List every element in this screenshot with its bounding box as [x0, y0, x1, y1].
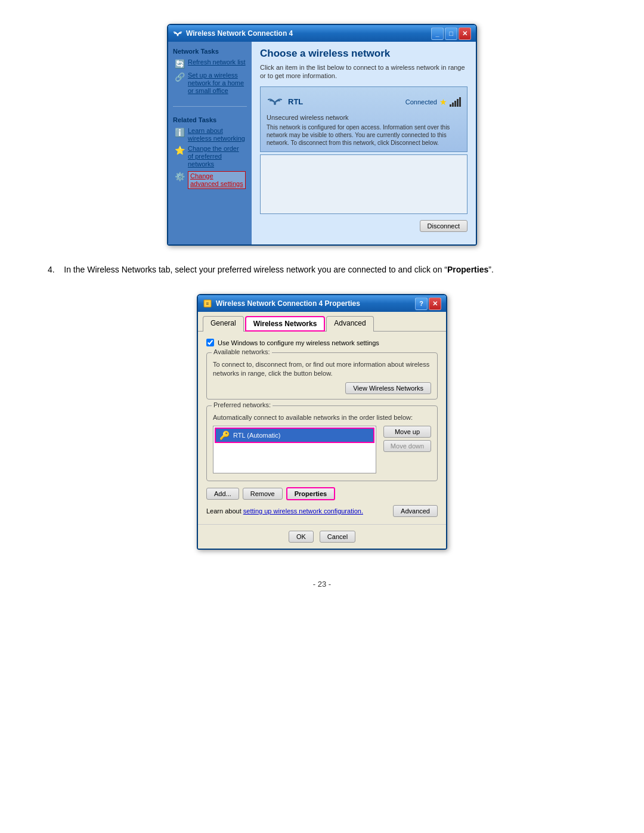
step4-text-after: ”. — [488, 265, 494, 274]
preferred-item-rtl[interactable]: 🔑 RTL (Automatic) — [215, 428, 374, 443]
related-tasks-title: Related Tasks — [173, 116, 247, 123]
preferred-list-container: 🔑 RTL (Automatic) — [213, 426, 376, 476]
preferred-section-desc: Automatically connect to available netwo… — [213, 413, 431, 422]
window1-body: Network Tasks 🔄 Refresh network list 🔗 S… — [168, 42, 476, 244]
settings-icon: ⚙️ — [174, 171, 185, 182]
star-icon: ⭐ — [174, 145, 185, 156]
network-item-header: RTL Connected ★ — [267, 92, 461, 112]
window2-title: Wireless Network Connection 4 Properties — [216, 299, 360, 308]
tab-general[interactable]: General — [203, 316, 244, 332]
bar4 — [457, 99, 459, 107]
network-desc: This network is configured for open acce… — [267, 123, 461, 147]
network-tasks-section: Network Tasks 🔄 Refresh network list 🔗 S… — [173, 48, 247, 97]
svg-point-1 — [274, 103, 276, 105]
preferred-networks-section: Preferred networks: Automatically connec… — [206, 405, 438, 481]
page-content: Wireless Network Connection 4 _ □ ✕ Netw… — [36, 24, 608, 589]
setup-label[interactable]: Set up a wireless network for a home or … — [188, 72, 246, 95]
use-windows-checkbox-row: Use Windows to configure my wireless net… — [206, 339, 438, 346]
use-windows-label: Use Windows to configure my wireless net… — [218, 339, 379, 346]
w2-minimize-button[interactable]: ? — [415, 298, 428, 310]
connected-label: Connected — [405, 98, 437, 106]
network-connected-status: Connected ★ — [405, 97, 461, 107]
learn-about-label: Learn about — [206, 507, 242, 515]
titlebar2-left: ≡ Wireless Network Connection 4 Properti… — [203, 299, 360, 308]
ok-cancel-row: OK Cancel — [198, 524, 446, 549]
related-tasks-section: Related Tasks ℹ️ Learn about wireless ne… — [173, 116, 247, 190]
properties-button[interactable]: Properties — [286, 487, 335, 500]
properties-title-icon: ≡ — [203, 299, 212, 308]
window1-title: Wireless Network Connection 4 — [186, 29, 293, 38]
network-item-rtl[interactable]: RTL Connected ★ — [260, 86, 467, 152]
window1-titlebar: Wireless Network Connection 4 _ □ ✕ — [168, 25, 476, 42]
titlebar-left: Wireless Network Connection 4 — [173, 29, 293, 38]
learn-wireless-label[interactable]: Learn about wireless networking — [188, 127, 246, 143]
use-windows-checkbox[interactable] — [206, 339, 214, 346]
preferred-star-icon: ★ — [439, 97, 447, 107]
cancel-button[interactable]: Cancel — [320, 531, 355, 543]
preferred-list: 🔑 RTL (Automatic) — [213, 426, 376, 473]
step4-properties-bold: Properties — [447, 265, 488, 274]
bar2 — [452, 103, 454, 107]
learn-wireless-item[interactable]: ℹ️ Learn about wireless networking — [173, 126, 247, 144]
window1-sidebar: Network Tasks 🔄 Refresh network list 🔗 S… — [168, 42, 252, 244]
preferred-item-label: RTL (Automatic) — [233, 432, 280, 439]
window1-main: Choose a wireless network Click an item … — [252, 42, 476, 244]
change-advanced-item[interactable]: ⚙️ Change advanced settings — [173, 170, 247, 190]
move-up-button[interactable]: Move up — [383, 426, 431, 438]
wireless-connection-window: Wireless Network Connection 4 _ □ ✕ Netw… — [167, 24, 477, 246]
setup-network-item[interactable]: 🔗 Set up a wireless network for a home o… — [173, 70, 247, 97]
page-number: - 23 - — [313, 580, 331, 589]
tab-advanced[interactable]: Advanced — [326, 316, 373, 332]
change-order-label[interactable]: Change the order of preferred networks — [188, 145, 246, 169]
network-tasks-title: Network Tasks — [173, 48, 247, 55]
window2-body: General Wireless Networks Advanced Use W… — [198, 312, 446, 549]
bar5 — [459, 97, 461, 107]
maximize-button[interactable]: □ — [445, 27, 457, 40]
learn-link[interactable]: setting up wireless network configuratio… — [243, 507, 363, 515]
step4-text: 4. In the Wireless Networks tab, select … — [36, 264, 608, 276]
wifi-title-icon — [173, 29, 182, 38]
close-button[interactable]: ✕ — [459, 27, 471, 40]
change-advanced-label[interactable]: Change advanced settings — [188, 171, 246, 189]
minimize-button[interactable]: _ — [431, 27, 444, 40]
refresh-label[interactable]: Refresh network list — [188, 58, 246, 66]
network-type: Unsecured wireless network — [267, 114, 461, 121]
bar3 — [454, 101, 456, 107]
available-section-title: Available networks: — [212, 348, 272, 355]
available-section-desc: To connect to, disconnect from, or find … — [213, 360, 431, 379]
tab-wireless-label: Wireless Networks — [253, 320, 317, 328]
window2-titlebar-buttons: ? ✕ — [415, 298, 441, 310]
refresh-network-item[interactable]: 🔄 Refresh network list — [173, 57, 247, 70]
add-button[interactable]: Add... — [206, 488, 239, 500]
tab-wireless-networks[interactable]: Wireless Networks — [245, 316, 326, 332]
disconnect-btn-area: Disconnect — [260, 216, 467, 232]
preferred-row: 🔑 RTL (Automatic) Move up Move down — [213, 426, 431, 476]
preferred-list-empty — [215, 443, 374, 467]
w2-close-button[interactable]: ✕ — [429, 298, 441, 310]
change-order-item[interactable]: ⭐ Change the order of preferred networks — [173, 144, 247, 170]
sidebar-divider — [173, 106, 247, 107]
signal-strength — [450, 97, 461, 107]
advanced-button[interactable]: Advanced — [393, 505, 438, 517]
move-down-button[interactable]: Move down — [383, 440, 431, 452]
window2-content: Use Windows to configure my wireless net… — [198, 332, 446, 524]
tab-bar: General Wireless Networks Advanced — [198, 312, 446, 332]
disconnect-button[interactable]: Disconnect — [420, 220, 467, 232]
network-empty-area — [260, 154, 467, 214]
step4-text-before: In the Wireless Networks tab, select you… — [64, 265, 447, 274]
properties-window: ≡ Wireless Network Connection 4 Properti… — [197, 294, 447, 550]
refresh-icon: 🔄 — [174, 58, 185, 69]
preferred-section-title: Preferred networks: — [212, 401, 273, 408]
view-wireless-button[interactable]: View Wireless Networks — [345, 382, 431, 394]
window1-titlebar-buttons: _ □ ✕ — [431, 27, 471, 40]
view-wireless-btn-row: View Wireless Networks — [213, 382, 431, 394]
available-networks-section: Available networks: To connect to, disco… — [206, 352, 438, 400]
learn-text-area: Learn about setting up wireless network … — [206, 507, 363, 515]
bar1 — [450, 104, 451, 107]
remove-button[interactable]: Remove — [243, 488, 283, 500]
setup-icon: 🔗 — [174, 72, 185, 82]
svg-point-0 — [177, 35, 179, 36]
ok-button[interactable]: OK — [289, 531, 314, 543]
network-left: RTL — [267, 92, 303, 112]
preferred-item-icon: 🔑 — [219, 431, 230, 440]
